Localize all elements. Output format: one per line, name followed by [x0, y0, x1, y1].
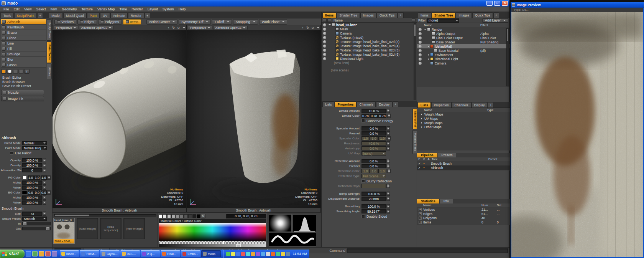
brush-browser-link[interactable]: Brush Browser: [0, 79, 45, 84]
tab-lists[interactable]: Lists: [322, 101, 334, 107]
gray-swatch[interactable]: [171, 214, 175, 218]
new-scene-row[interactable]: (new scene): [322, 68, 417, 72]
items-scrollbar[interactable]: [414, 23, 416, 100]
item-row-texture-5[interactable]: Texture: Image: head_bake_final_02d (5): [322, 48, 417, 52]
shading-dropdown[interactable]: Advanced OpenGL: [79, 26, 113, 30]
tray-icon[interactable]: [276, 252, 280, 256]
vtab-paint-tools[interactable]: Paint Tools: [47, 41, 52, 63]
list-row-morph-maps[interactable]: Morph Maps: [417, 121, 510, 125]
add-tab-button[interactable]: +: [398, 12, 404, 18]
fg-r-field[interactable]: 1.0: [28, 175, 34, 180]
shader-row-environment[interactable]: Environment: [417, 53, 509, 57]
out-slider[interactable]: [22, 227, 51, 230]
menu-layout[interactable]: Layout: [145, 7, 160, 12]
opacity-field[interactable]: 100.0 %: [22, 158, 42, 162]
shader-row-alpha-output[interactable]: Alpha OutputAlpha: [417, 31, 509, 36]
hue-saturation-picker[interactable]: [159, 223, 266, 241]
shader-row-final-color-output[interactable]: Final Color OutputFinal Color: [417, 36, 509, 40]
tool-paintbrush[interactable]: Paintbrush: [1, 25, 46, 30]
stepper[interactable]: [386, 204, 390, 208]
stepper[interactable]: [386, 141, 390, 146]
tab-quick-tips[interactable]: Quick Tips: [472, 12, 493, 18]
tab-display[interactable]: Display: [376, 101, 392, 107]
name-column-header[interactable]: Name: [417, 23, 480, 27]
quicklaunch-mail-icon[interactable]: [45, 251, 51, 256]
add-tab-button[interactable]: +: [393, 101, 398, 107]
add-tab-button[interactable]: +: [493, 12, 499, 18]
mode-items-button[interactable]: Items: [123, 19, 141, 25]
stepper[interactable]: [386, 109, 390, 113]
tray-icon[interactable]: [281, 252, 285, 256]
stats-row-vertices[interactable]: Vertices21......: [417, 207, 510, 212]
mode-polygons-button[interactable]: Polygons: [98, 19, 122, 25]
task-button-group[interactable]: 2 Q...: [141, 250, 160, 257]
zoom-icon[interactable]: ⊙: [310, 26, 315, 30]
fg-b-field[interactable]: 1.0: [41, 175, 47, 180]
bg-g-field[interactable]: 0.0: [34, 190, 40, 195]
brush-option-1-button[interactable]: [13, 69, 18, 74]
task-button-inbox[interactable]: Inbox...: [60, 250, 79, 257]
uv-map-dropdown[interactable]: (none): [361, 151, 386, 155]
stepper[interactable]: [387, 114, 391, 118]
list-options-icon[interactable]: [412, 18, 416, 22]
expand-arrow-icon[interactable]: [421, 122, 423, 124]
alpha-slider[interactable]: [159, 241, 266, 244]
shader-row-camera[interactable]: Camera: [417, 61, 509, 65]
gray-swatch[interactable]: [197, 214, 200, 218]
item-row-directional-light[interactable]: Directional Light: [322, 56, 417, 61]
visibility-eye-icon[interactable]: [323, 23, 326, 26]
command-input[interactable]: [347, 248, 508, 253]
pan-icon[interactable]: +: [166, 26, 171, 30]
menu-help[interactable]: Help: [176, 7, 188, 12]
stepper[interactable]: [386, 192, 390, 196]
specular-fresnel-field[interactable]: 0.0 %: [361, 131, 386, 136]
tab-properties[interactable]: Properties: [335, 101, 356, 107]
paint-mode-dropdown[interactable]: Normal Proj...: [22, 146, 47, 150]
use-falloff-checkbox[interactable]: [10, 151, 13, 155]
viewport-canvas[interactable]: No Items Channels: 0 Deformers: OFF GL: …: [53, 30, 186, 208]
item-row-camera[interactable]: Camera: [322, 31, 417, 35]
vtab-utilities[interactable]: Utilities: [47, 64, 52, 79]
mode-edges-button[interactable]: Edges: [77, 19, 97, 25]
pan-icon[interactable]: +: [301, 26, 305, 30]
tab-channels[interactable]: Channels: [357, 101, 376, 107]
bg-r-field[interactable]: 0.0: [28, 190, 34, 195]
minimize-button[interactable]: _: [486, 1, 493, 6]
stepper[interactable]: [386, 209, 390, 213]
expand-arrow-icon[interactable]: [329, 24, 331, 26]
visibility-eye-icon[interactable]: [419, 62, 422, 65]
tray-icon[interactable]: [271, 252, 275, 256]
shader-row-defaultmat[interactable]: (defaultMat): [417, 44, 509, 48]
stepper[interactable]: [386, 126, 390, 131]
viewport-canvas[interactable]: No Items Channels: 0 Deformers: OFF GL: …: [187, 30, 320, 208]
zoom-icon[interactable]: ⊙: [176, 26, 181, 30]
new-image-slot[interactable]: (new image): [123, 218, 145, 239]
fg-color-swatch[interactable]: [22, 176, 27, 179]
work-plane-dropdown[interactable]: Work Plane: [259, 19, 287, 25]
stepper[interactable]: [387, 136, 391, 141]
tab-paint[interactable]: Paint: [87, 13, 100, 18]
blurry-reflection-checkbox[interactable]: [361, 179, 365, 183]
stepper[interactable]: [43, 195, 46, 200]
visibility-eye-icon[interactable]: [323, 49, 326, 52]
menu-file[interactable]: File: [1, 7, 12, 12]
close-button[interactable]: X: [502, 1, 508, 6]
shape-preset-dropdown[interactable]: Smooth: [22, 217, 47, 221]
preview-options-bar[interactable]: Type: Oc...: [511, 8, 643, 12]
add-tab-button[interactable]: +: [488, 102, 493, 108]
slider-handle[interactable]: [46, 227, 49, 230]
menu-geometry[interactable]: Geometry: [59, 7, 79, 12]
tray-icon[interactable]: [246, 252, 250, 256]
shader-row-directional-light[interactable]: Directional Light: [417, 57, 509, 61]
visibility-eye-icon[interactable]: [323, 45, 326, 48]
tool-fill[interactable]: Fill: [1, 46, 46, 51]
list-row-weight-maps[interactable]: Weight Maps: [417, 112, 510, 116]
item-row-mesh[interactable]: Mesh: [322, 27, 417, 31]
quicklaunch-ie-icon[interactable]: [26, 251, 31, 256]
tab-model[interactable]: Model: [49, 13, 63, 18]
tray-icon[interactable]: [266, 252, 270, 256]
vtab-sculpt-tools[interactable]: Sculpt Tools: [47, 19, 52, 41]
visibility-eye-icon[interactable]: [419, 41, 422, 44]
task-button-realplayer[interactable]: Real...: [161, 250, 180, 257]
expand-arrow-icon[interactable]: [421, 113, 423, 116]
